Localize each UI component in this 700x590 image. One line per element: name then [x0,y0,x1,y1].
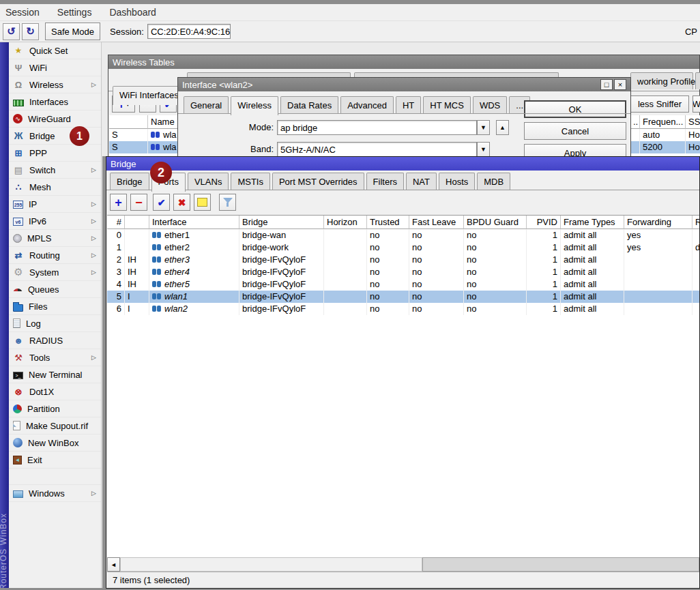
tab-general[interactable]: General [184,96,229,113]
sidebar-item-wifi[interactable]: WiFi ▷ [9,59,101,76]
tab-wireless[interactable]: Wireless [231,96,278,115]
port-row[interactable]: 0 ether1 bridge-wan no no no 1 admit all… [107,229,699,241]
wifi-row[interactable]: S wla [109,141,179,153]
partition-icon [13,404,22,413]
cancel-button[interactable]: Cancel [524,122,626,140]
tab-hosts[interactable]: Hosts [439,173,475,190]
sidebar-item-interfaces[interactable]: Interfaces ▷ [9,93,101,110]
wireless-snooper-button[interactable]: W [692,95,700,113]
band-select[interactable]: 5GHz-A/N/AC [277,142,477,157]
add-port-button[interactable]: + [110,194,127,211]
session-field[interactable]: CC:2D:E0:A4:9C:16 [147,24,231,39]
sidebar-item-wireguard[interactable]: WireGuard ▷ [9,110,101,128]
tab-advanced[interactable]: Advanced [340,96,394,113]
column-truncated[interactable]: .. [630,115,640,129]
scroll-up-button[interactable]: ▲ [496,120,509,135]
enable-port-button[interactable]: ✔ [153,194,170,211]
wireless-sniffer-button[interactable]: less Sniffer [630,95,689,113]
tab-port-mst-overrides[interactable]: Port MST Overrides [272,173,364,190]
undo-button[interactable]: ↺ [3,23,20,40]
column-bridge[interactable]: Bridge [239,216,324,229]
port-row[interactable]: 2 IH ether3 bridge-IFvQyloF no no no 1 a… [107,254,699,266]
sidebar-item-windows[interactable]: Windows ▷ [9,485,101,502]
band-dropdown-button[interactable]: ▼ [477,142,490,157]
mode-dropdown-button[interactable]: ▼ [477,120,490,135]
tab-bridge[interactable]: Bridge [110,173,149,190]
wifi-row[interactable]: S wla [109,129,179,141]
column-frame-types[interactable]: Frame Types [561,216,624,229]
scrollbar-thumb[interactable] [422,557,699,572]
sidebar-item-mpls[interactable]: MPLS ▷ [9,230,101,247]
comment-button[interactable] [194,194,211,211]
column-ssid[interactable]: SS [686,115,700,129]
tab-interworking-profiles[interactable]: working Profiles [630,72,693,89]
sidebar-item-exit[interactable]: Exit ▷ [9,452,101,469]
tab-ht[interactable]: HT [396,96,421,113]
scrollbar-track[interactable] [120,557,422,572]
sidebar-item-winbox[interactable]: New WinBox ▷ [9,434,101,452]
sidebar-item-wireless[interactable]: Wireless ▷ [9,76,101,93]
column-pvid[interactable]: PVID [527,216,561,229]
sidebar-item-dot1x[interactable]: Dot1X ▷ [9,383,101,400]
scroll-left-button[interactable]: ◄ [107,557,120,572]
tab-nat[interactable]: NAT [406,173,437,190]
port-row[interactable]: 6 I wlan2 bridge-IFvQyloF no no no 1 adm… [107,303,699,315]
column-role[interactable]: Ro [692,216,699,229]
remove-port-button[interactable]: − [130,194,147,211]
tab-hidden[interactable] [695,72,700,89]
sidebar-item-partition[interactable]: Partition ▷ [9,400,101,417]
sidebar-item-ipv6[interactable]: IPv6 ▷ [9,213,101,230]
sidebar-item-routing[interactable]: Routing ▷ [9,247,101,264]
column-flags[interactable] [125,216,149,229]
ok-button[interactable]: OK [524,100,626,118]
sidebar-item-supout[interactable]: Make Supout.rif ▷ [9,417,101,434]
sidebar-item-terminal[interactable]: New Terminal ▷ [9,366,101,383]
menu-session[interactable]: Session [5,7,40,18]
tab-ht-mcs[interactable]: HT MCS [423,96,471,113]
port-row[interactable]: 1 ether2 bridge-work no no no 1 admit al… [107,241,699,254]
safe-mode-button[interactable]: Safe Mode [45,23,100,40]
tab-mdb[interactable]: MDB [477,173,510,190]
sidebar-item-log[interactable]: Log ▷ [9,315,101,332]
column-trusted[interactable]: Trusted [367,216,409,229]
tab-wifi-interfaces[interactable]: WiFi Interfaces [113,86,186,105]
disable-port-button[interactable]: ✖ [173,194,190,211]
wifi-row[interactable]: auto Ho [630,129,700,141]
sidebar-item-ppp[interactable]: PPP ▷ [9,145,101,162]
horizontal-scrollbar[interactable]: ◄ [107,557,699,572]
port-row[interactable]: 3 IH ether4 bridge-IFvQyloF no no no 1 a… [107,266,699,278]
port-row[interactable]: 4 IH ether5 bridge-IFvQyloF no no no 1 a… [107,278,699,291]
maximize-button[interactable]: □ [600,79,613,90]
sidebar-item-queues[interactable]: Queues ▷ [9,281,101,298]
tab-mstis[interactable]: MSTIs [231,173,270,190]
tab-vlans[interactable]: VLANs [188,173,229,190]
redo-button[interactable]: ↻ [22,23,39,40]
column-name[interactable]: Name [148,115,179,129]
sidebar-item-ip[interactable]: IP ▷ [9,196,101,213]
menu-dashboard[interactable]: Dashboard [109,7,156,18]
close-button[interactable]: × [614,79,626,90]
menu-settings[interactable]: Settings [57,7,92,18]
tab-wds[interactable]: WDS [473,96,507,113]
column-flags[interactable] [109,115,148,129]
port-row[interactable]: 5 I wlan1 bridge-IFvQyloF no no no 1 adm… [107,291,699,303]
column-number[interactable]: # [107,216,125,229]
sidebar-item-files[interactable]: Files ▷ [9,298,101,315]
column-bpdu-guard[interactable]: BPDU Guard [464,216,527,229]
column-frequency[interactable]: Frequen... [640,115,686,129]
column-forwarding[interactable]: Forwarding [624,216,692,229]
column-fast-leave[interactable]: Fast Leave [409,216,464,229]
sidebar-item-switch[interactable]: Switch ▷ [9,162,101,179]
column-interface[interactable]: Interface [149,216,239,229]
sidebar-item-radius[interactable]: RADIUS ▷ [9,332,101,349]
sidebar-item-quick-set[interactable]: Quick Set ▷ [9,42,101,59]
sidebar-item-system[interactable]: System ▷ [9,264,101,281]
filter-button[interactable] [219,194,236,211]
tab-data-rates[interactable]: Data Rates [280,96,338,113]
wifi-row[interactable]: 5200 Ho [630,141,700,153]
sidebar-item-mesh[interactable]: Mesh ▷ [9,179,101,196]
sidebar-item-tools[interactable]: Tools ▷ [9,349,101,366]
column-horizon[interactable]: Horizon [324,216,367,229]
tab-filters[interactable]: Filters [366,173,404,190]
mode-select[interactable]: ap bridge [277,120,477,135]
